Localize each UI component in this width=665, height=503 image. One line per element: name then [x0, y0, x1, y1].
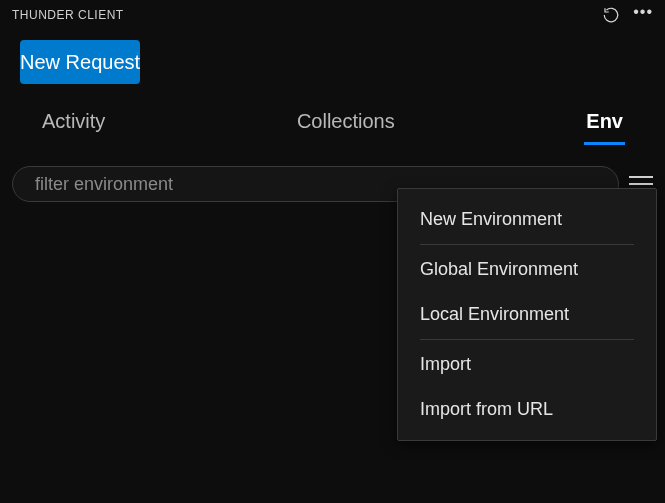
refresh-icon[interactable]	[601, 5, 621, 25]
tab-activity[interactable]: Activity	[40, 104, 107, 139]
env-menu: New Environment Global Environment Local…	[397, 188, 657, 441]
menu-new-environment[interactable]: New Environment	[398, 197, 656, 242]
tab-env[interactable]: Env	[584, 104, 625, 139]
menu-import[interactable]: Import	[398, 342, 656, 387]
titlebar-actions: •••	[601, 4, 653, 26]
menu-separator	[420, 244, 634, 245]
menu-separator	[420, 339, 634, 340]
new-request-button[interactable]: New Request	[20, 40, 140, 84]
app-title: THUNDER CLIENT	[12, 8, 124, 22]
titlebar: THUNDER CLIENT •••	[0, 0, 665, 30]
menu-import-from-url[interactable]: Import from URL	[398, 387, 656, 432]
menu-global-environment[interactable]: Global Environment	[398, 247, 656, 292]
menu-local-environment[interactable]: Local Environment	[398, 292, 656, 337]
tab-collections[interactable]: Collections	[295, 104, 397, 139]
more-icon[interactable]: •••	[633, 4, 653, 26]
tabs: Activity Collections Env	[0, 96, 665, 146]
new-request-label: New Request	[20, 51, 140, 74]
